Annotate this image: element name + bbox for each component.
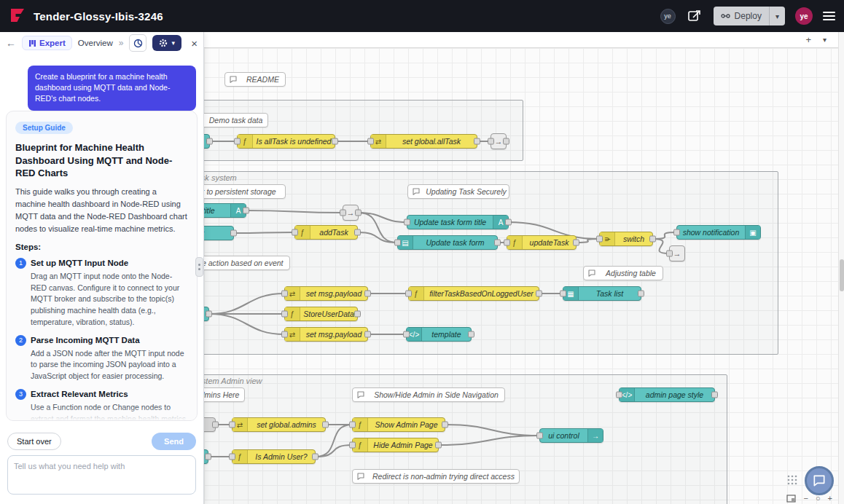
port-out[interactable] [364,291,371,297]
node-admin-check-source[interactable] [204,449,208,464]
port-out[interactable] [536,291,542,297]
node-update-task-form-title[interactable]: Update task form titleA [407,215,509,229]
start-over-button[interactable]: Start over [7,433,61,450]
port-out[interactable] [573,240,579,246]
node-task-list[interactable]: ▦Task list [563,286,641,301]
back-button[interactable]: ← [6,37,16,49]
port-out[interactable] [435,442,442,449]
flow-list-caret-icon[interactable]: ▾ [818,36,831,44]
close-panel-button[interactable]: × [191,37,198,50]
port-out[interactable] [205,454,211,460]
team-badge[interactable]: ye [660,9,676,24]
port-out[interactable] [206,138,213,145]
node-junction-1[interactable]: → [491,133,507,149]
node-set-global-admins[interactable]: ⇄set global.admins [232,417,326,432]
node-junction-2[interactable]: → [343,205,359,221]
port-out[interactable] [243,208,249,214]
comment-save-task-storage[interactable]: Save task to persistent storage [204,184,286,199]
drag-handle-icon[interactable] [787,475,797,485]
port-in[interactable] [560,291,566,297]
node-template[interactable]: </>template [406,327,472,342]
port-in[interactable] [536,433,543,439]
port-in[interactable] [596,236,603,243]
port-out[interactable] [649,236,656,243]
port-out[interactable] [322,422,329,428]
port-out[interactable] [503,138,509,145]
node-junction-3[interactable]: → [669,245,685,261]
scrollbar-thumb[interactable] [840,259,844,291]
port-in[interactable] [281,291,288,297]
send-button[interactable]: Send [152,433,196,450]
node-hide-admin-page[interactable]: ƒHide Admin Page [352,438,439,452]
node-ticket[interactable]: ticket [204,226,234,240]
port-out[interactable] [494,240,501,246]
tab-overview[interactable]: Overview [78,39,113,47]
add-flow-button[interactable]: + [801,35,816,44]
zoom-in-button[interactable]: + [828,495,832,503]
port-in[interactable] [340,210,346,216]
deploy-button[interactable]: Deploy ▾ [714,7,785,25]
port-out[interactable] [505,219,512,226]
node-show-admin-page[interactable]: ƒShow Admin Page [352,417,445,432]
port-in[interactable] [404,219,410,226]
port-in[interactable] [292,229,298,236]
node-show-notification[interactable]: show notification▣ [676,225,761,240]
open-editor-icon[interactable] [686,7,703,25]
comment-adjusting-table[interactable]: Adjusting table [583,266,663,280]
port-out[interactable] [354,311,361,318]
port-in[interactable] [666,251,673,257]
port-in[interactable] [616,392,622,398]
chart-button[interactable] [129,34,146,52]
node-switch[interactable]: ⋔switch [599,232,653,246]
deploy-caret-icon[interactable]: ▾ [769,7,785,25]
more-tabs-icon[interactable]: » [119,38,124,48]
node-admin-page-style[interactable]: </>admin page style [619,387,715,402]
comment-updating-task-securely[interactable]: Updating Task Securely [407,184,509,199]
node-form-title[interactable]: form titleA [204,203,246,218]
comment-add-admins-here[interactable]: Add Admins Here [204,387,245,402]
node-update-task[interactable]: ƒupdateTask [507,235,577,250]
port-in[interactable] [349,422,356,428]
zoom-reset-button[interactable]: ○ [816,495,821,503]
port-in[interactable] [349,442,356,449]
comment-redirect-non-admin[interactable]: Redirect is non-admin trying direct acce… [352,469,520,484]
panel-resize-handle[interactable] [195,257,203,277]
port-in[interactable] [281,331,288,338]
hamburger-menu-icon[interactable] [823,12,835,20]
node-task-data-input[interactable] [204,134,210,149]
port-out[interactable] [638,291,644,297]
port-out[interactable] [312,454,319,460]
zoom-out-button[interactable]: − [803,495,808,503]
node-set-global-alltask[interactable]: ⇄set global.allTask [370,134,477,149]
chat-assistant-button[interactable] [805,466,834,495]
port-in[interactable] [394,240,401,246]
node-filter-task[interactable]: ƒfilterTaskBasedOnLoggedUser [408,286,539,301]
comment-demo-task-data[interactable]: Demo task data [204,113,268,127]
help-input[interactable] [7,455,196,495]
port-out[interactable] [206,311,212,318]
port-in[interactable] [367,138,374,145]
guide-card[interactable]: Setup Guide Blueprint for Machine Health… [6,111,198,421]
node-ui-control[interactable]: ui control→ [539,428,603,443]
port-in[interactable] [488,138,494,145]
port-out[interactable] [212,422,219,428]
canvas-scrollbar[interactable] [838,32,844,504]
port-in[interactable] [403,331,410,338]
user-avatar[interactable]: ye [795,7,813,25]
port-in[interactable] [234,138,241,145]
node-add-task[interactable]: ƒaddTask [294,225,358,240]
comment-readme[interactable]: README [224,72,286,87]
node-set-payload-2[interactable]: ⇄set msg.payload [284,327,368,342]
port-out[interactable] [355,210,362,216]
port-out[interactable] [442,422,448,428]
port-out[interactable] [468,331,474,338]
port-in[interactable] [673,229,680,236]
node-admin-source[interactable] [204,417,216,432]
tab-expert[interactable]: Expert [22,36,72,50]
port-in[interactable] [281,311,288,318]
port-in[interactable] [229,422,235,428]
port-out[interactable] [364,331,371,338]
comment-show-hide-admin[interactable]: Show/Hide Admin in Side Navigation [352,387,505,402]
port-out[interactable] [354,229,361,236]
settings-dropdown-button[interactable]: ▾ [152,35,181,51]
